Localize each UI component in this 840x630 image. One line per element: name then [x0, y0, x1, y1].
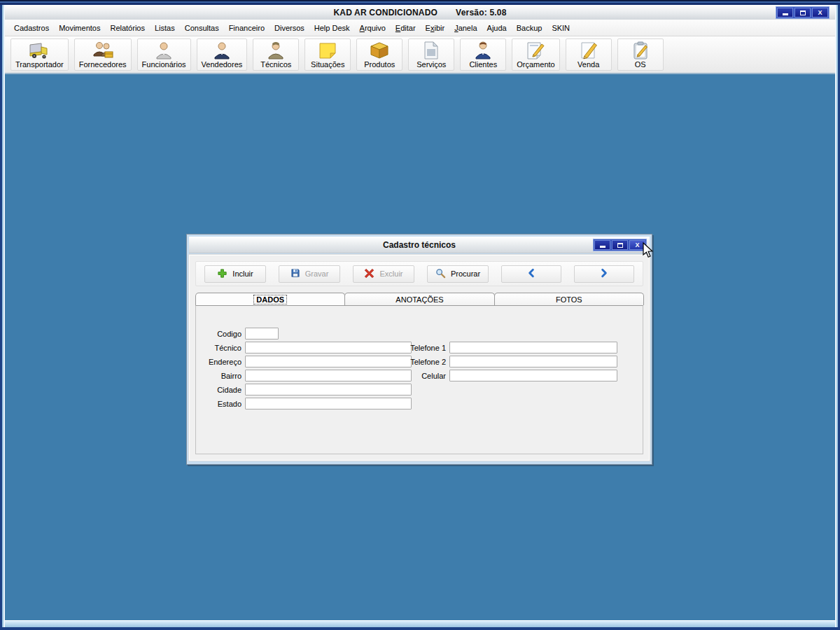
toolbar-button-venda[interactable]: Venda	[566, 38, 612, 71]
cidade-label: Cidade	[196, 386, 245, 394]
delete-x-icon	[364, 268, 374, 280]
menu-exibir[interactable]: Exibir	[421, 21, 450, 35]
tab-fotos[interactable]: FOTOS	[494, 293, 644, 305]
menu-arquivo[interactable]: Arquivo	[355, 21, 391, 35]
menu-janela[interactable]: Janela	[449, 21, 482, 35]
procurar-button[interactable]: Procurar	[427, 265, 489, 283]
next-record-button[interactable]	[574, 265, 634, 283]
bairro-field[interactable]	[245, 370, 412, 382]
previous-record-button[interactable]	[501, 265, 561, 283]
menu-diversos[interactable]: Diversos	[270, 21, 309, 35]
menu-consultas[interactable]: Consultas	[180, 21, 224, 35]
close-icon: X	[635, 241, 639, 248]
minimize-icon	[783, 13, 788, 15]
cidade-field[interactable]	[245, 384, 412, 396]
gravar-label: Gravar	[305, 270, 329, 278]
truck-icon	[28, 41, 50, 60]
toolbar-button-label: Situações	[311, 60, 344, 69]
tab-dados[interactable]: DADOS	[195, 293, 345, 305]
toolbar-button-servicos[interactable]: Serviços	[408, 38, 454, 71]
gravar-button[interactable]: Gravar	[279, 265, 340, 283]
window-frame-right	[835, 5, 840, 630]
toolbar-button-label: Técnicos	[260, 60, 291, 69]
tab-anotacoes-label: ANOTAÇÕES	[396, 295, 443, 304]
window-frame-left	[0, 5, 5, 630]
window-frame-bottom	[0, 627, 840, 630]
application-window: KAD AR CONDICIONADO Versão: 5.08 X Cadas…	[0, 0, 840, 630]
codigo-label: Codigo	[196, 330, 245, 338]
menu-bar: Cadastros Movimentos Relatórios Listas C…	[5, 20, 835, 36]
menu-relatorios[interactable]: Relatórios	[105, 21, 150, 35]
tab-anotacoes[interactable]: ANOTAÇÕES	[344, 293, 494, 305]
toolbar-button-orcamento[interactable]: Orçamento	[512, 38, 559, 71]
main-toolbar: Transportador Fornecedores Funcionários …	[5, 36, 835, 74]
toolbar-button-vendedores[interactable]: Vendedores	[197, 38, 248, 71]
window-controls: X	[776, 6, 830, 19]
menu-ajuda[interactable]: Ajuda	[482, 21, 512, 35]
toolbar-button-situacoes[interactable]: Situações	[304, 38, 351, 71]
clipboard-pencil-icon	[631, 41, 650, 60]
toolbar-button-label: Orçamento	[517, 60, 554, 69]
dialog-title: Cadastro técnicos	[383, 240, 456, 250]
toolbar-button-label: Vendedores	[202, 60, 243, 69]
box-icon	[369, 41, 390, 60]
chevron-left-icon	[526, 268, 536, 279]
tab-fotos-label: FOTOS	[556, 295, 582, 304]
dialog-close-button[interactable]: X	[629, 240, 645, 250]
search-icon	[435, 268, 446, 280]
menu-financeiro[interactable]: Financeiro	[224, 21, 270, 35]
tab-dados-label: DADOS	[254, 295, 286, 304]
toolbar-button-label: Serviços	[416, 60, 446, 69]
toolbar-button-fornecedores[interactable]: Fornecedores	[74, 38, 132, 71]
dialog-toolbar: Incluir Gravar Excluir Procurar	[195, 261, 643, 286]
close-button[interactable]: X	[812, 8, 828, 18]
menu-help-desk[interactable]: Help Desk	[309, 21, 355, 35]
toolbar-button-funcionarios[interactable]: Funcionários	[137, 38, 191, 71]
estado-label: Estado	[196, 400, 245, 408]
cadastro-tecnicos-dialog: Cadastro técnicos X Incluir Gravar	[186, 234, 652, 465]
toolbar-button-produtos[interactable]: Produtos	[356, 38, 402, 71]
window-frame-top	[0, 0, 840, 5]
sticky-note-icon	[317, 41, 338, 60]
suppliers-icon	[92, 41, 114, 60]
toolbar-button-clientes[interactable]: Clientes	[460, 38, 506, 71]
dialog-body: Incluir Gravar Excluir Procurar	[189, 255, 650, 461]
codigo-field[interactable]	[245, 328, 279, 340]
status-bar	[5, 620, 835, 627]
menu-movimentos[interactable]: Movimentos	[54, 21, 105, 35]
toolbar-button-tecnicos[interactable]: Técnicos	[253, 38, 299, 71]
telefone1-label: Telefone 1	[406, 344, 449, 352]
dialog-minimize-button[interactable]	[594, 240, 610, 250]
toolbar-button-transportador[interactable]: Transportador	[10, 38, 69, 71]
excluir-label: Excluir	[379, 270, 402, 278]
minimize-button[interactable]	[777, 8, 793, 18]
telefone2-field[interactable]	[449, 356, 617, 368]
app-version: Versão: 5.08	[456, 8, 506, 18]
celular-label: Celular	[406, 372, 449, 380]
excluir-button[interactable]: Excluir	[353, 265, 414, 283]
menu-backup[interactable]: Backup	[512, 21, 547, 35]
toolbar-button-label: Clientes	[469, 60, 497, 69]
endereco-label: Endereço	[196, 358, 245, 366]
estado-field[interactable]	[245, 398, 412, 410]
incluir-button[interactable]: Incluir	[204, 265, 266, 283]
toolbar-button-label: Funcionários	[142, 60, 186, 69]
tecnico-field[interactable]	[245, 342, 412, 354]
close-icon: X	[818, 9, 822, 16]
dialog-title-bar[interactable]: Cadastro técnicos X	[189, 237, 650, 253]
toolbar-button-os[interactable]: OS	[617, 38, 664, 71]
pencil-icon	[579, 41, 598, 60]
toolbar-button-label: Venda	[578, 60, 599, 69]
dialog-window-controls: X	[593, 239, 647, 251]
menu-cadastros[interactable]: Cadastros	[9, 21, 54, 35]
telefone1-field[interactable]	[449, 342, 617, 354]
endereco-field[interactable]	[245, 356, 412, 368]
notepad-pencil-icon	[525, 41, 546, 60]
maximize-icon	[800, 10, 806, 15]
menu-listas[interactable]: Listas	[150, 21, 180, 35]
dialog-maximize-button[interactable]	[612, 240, 628, 250]
celular-field[interactable]	[449, 370, 617, 382]
menu-editar[interactable]: Editar	[391, 21, 421, 35]
maximize-button[interactable]	[794, 8, 811, 18]
menu-skin[interactable]: SKIN	[547, 21, 575, 35]
